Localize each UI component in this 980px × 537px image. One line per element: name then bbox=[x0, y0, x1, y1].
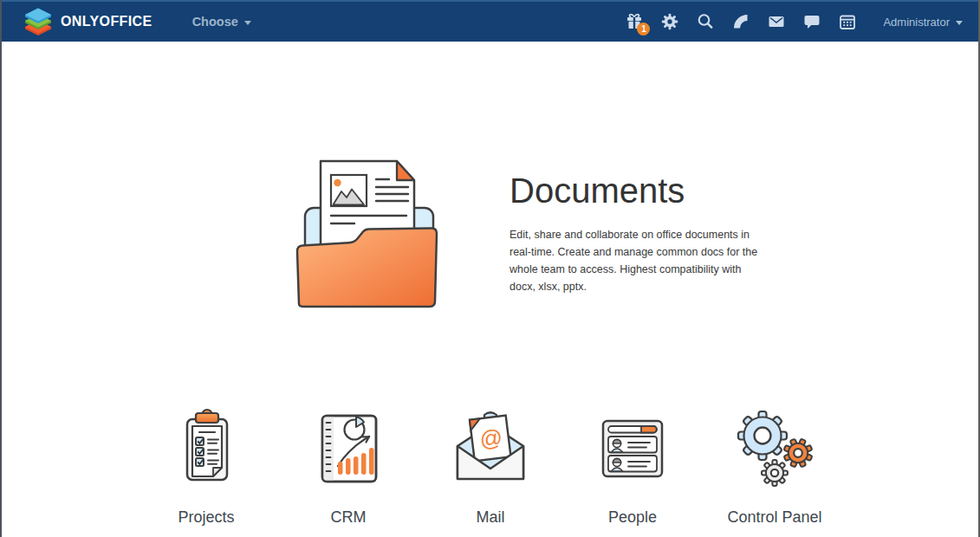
module-crm[interactable]: CRM bbox=[277, 407, 419, 527]
module-description: Edit, share and collaborate on office do… bbox=[509, 226, 761, 295]
top-navigation-bar: ONLYOFFICE Choose 1 bbox=[0, 0, 980, 42]
user-menu-label: Administrator bbox=[883, 16, 950, 29]
page-title[interactable]: Documents bbox=[509, 171, 778, 210]
chevron-down-icon bbox=[244, 21, 251, 25]
module-control-panel[interactable]: Control Panel bbox=[704, 407, 846, 527]
onlyoffice-layers-icon bbox=[23, 7, 54, 36]
talk-chat-icon[interactable] bbox=[802, 12, 821, 31]
choose-label: Choose bbox=[192, 15, 238, 29]
at-symbol: @ bbox=[478, 424, 504, 452]
module-label: Control Panel bbox=[727, 508, 821, 527]
documents-folder-illustration bbox=[293, 147, 442, 312]
module-label: Projects bbox=[178, 508, 234, 527]
search-icon[interactable] bbox=[696, 12, 715, 31]
modules-row: Projects CRM bbox=[135, 407, 846, 527]
chevron-down-icon bbox=[956, 21, 963, 25]
module-label: People bbox=[608, 508, 657, 527]
module-people[interactable]: People bbox=[561, 407, 704, 527]
contacts-cards-icon bbox=[591, 407, 674, 490]
brand-name: ONLYOFFICE bbox=[61, 14, 153, 29]
module-projects[interactable]: Projects bbox=[135, 407, 277, 527]
module-mail[interactable]: @ Mail bbox=[419, 407, 561, 527]
user-menu-administrator[interactable]: Administrator bbox=[883, 16, 963, 29]
module-label: CRM bbox=[331, 508, 367, 527]
mail-icon[interactable] bbox=[767, 12, 786, 31]
clipboard-checklist-icon bbox=[165, 407, 248, 490]
hero-text-block: Documents Edit, share and collaborate on… bbox=[509, 171, 778, 295]
gift-badge: 1 bbox=[637, 23, 650, 36]
gift-icon[interactable]: 1 bbox=[625, 12, 644, 31]
topbar-actions: 1 bbox=[608, 12, 963, 31]
sales-report-icon bbox=[307, 407, 390, 490]
window-edge-left bbox=[0, 0, 2, 537]
gears-icon bbox=[733, 407, 816, 490]
documents-module-link[interactable]: Documents Edit, share and collaborate on… bbox=[293, 147, 778, 355]
calendar-icon[interactable] bbox=[838, 12, 857, 31]
onlyoffice-logo[interactable]: ONLYOFFICE bbox=[23, 7, 153, 36]
settings-gear-icon[interactable] bbox=[660, 12, 679, 31]
feed-icon[interactable] bbox=[731, 12, 750, 31]
module-label: Mail bbox=[476, 508, 504, 527]
hero-section: Documents Edit, share and collaborate on… bbox=[0, 42, 980, 405]
choose-menu-button[interactable]: Choose bbox=[192, 15, 251, 29]
envelope-letter-icon: @ bbox=[449, 407, 532, 490]
